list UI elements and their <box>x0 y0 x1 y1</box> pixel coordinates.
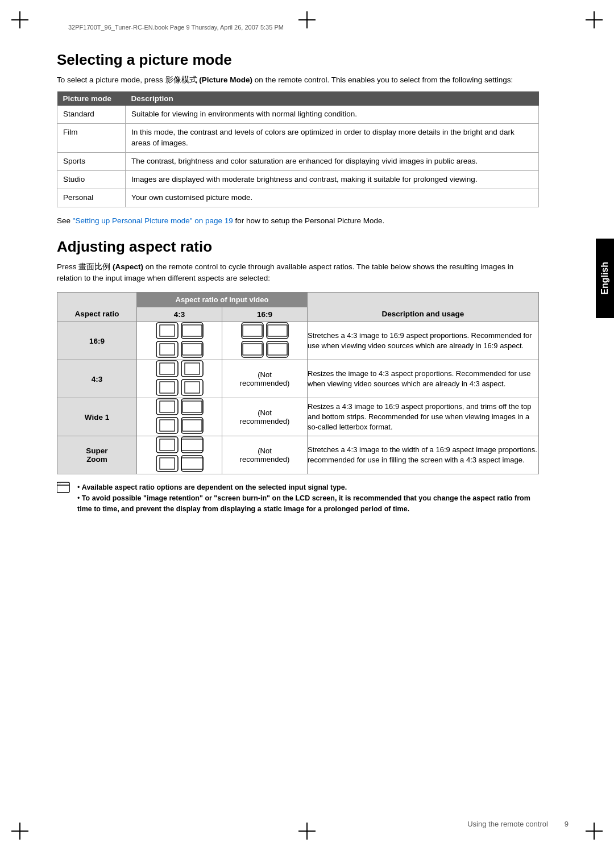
page-number: 9 <box>565 820 569 828</box>
svg-rect-1 <box>160 325 175 336</box>
adjusting-aspect-ratio-title: Adjusting aspect ratio <box>57 238 539 256</box>
page-footer: Using the remote control 9 <box>467 820 569 828</box>
picture-mode-col-header: Picture mode <box>57 91 126 106</box>
file-info: 32PF1700T_96_Tuner-RC-EN.book Page 9 Thu… <box>68 24 284 31</box>
picture-table-row: Personal Your own customised picture mod… <box>57 189 539 207</box>
picture-table-row: Studio Images are displayed with moderat… <box>57 170 539 189</box>
svg-rect-19 <box>185 363 200 374</box>
notes-section: ☞ • Available aspect ratio options are d… <box>57 482 539 514</box>
selecting-picture-mode-intro: To select a picture mode, press 影像模式 (Pi… <box>57 74 539 86</box>
svg-rect-13 <box>243 344 262 355</box>
picture-table-row: Sports The contrast, brightness and colo… <box>57 152 539 170</box>
reg-mark-tm <box>298 11 316 28</box>
svg-rect-17 <box>160 363 175 374</box>
reg-mark-bl <box>11 823 28 840</box>
selecting-picture-mode-title: Selecting a picture mode <box>57 51 539 69</box>
language-tab: English <box>596 239 614 318</box>
aspect-ratio-col-label: Aspect ratio <box>62 310 132 318</box>
picture-mode-cell: Sports <box>57 152 126 170</box>
svg-rect-11 <box>268 325 287 336</box>
picture-mode-cell: Film <box>57 124 126 153</box>
reg-mark-tr <box>586 11 603 28</box>
picture-table-row: Film In this mode, the contrast and leve… <box>57 124 539 153</box>
aspect-desc-cell: Stretches a 4:3 image to 16:9 aspect pro… <box>308 322 539 360</box>
svg-rect-25 <box>160 401 175 412</box>
picture-mode-cell: Studio <box>57 170 126 189</box>
main-content: Selecting a picture mode To select a pic… <box>0 0 596 571</box>
aspect-ratio-label-cell: Wide 1 <box>57 398 137 436</box>
footer-text: Using the remote control <box>467 820 548 828</box>
language-label: English <box>600 262 610 295</box>
picture-mode-cell: Standard <box>57 106 126 123</box>
reg-mark-br <box>586 823 603 840</box>
svg-rect-27 <box>182 401 202 412</box>
aspect-ratio-label-cell: 16:9 <box>57 322 137 360</box>
svg-rect-39 <box>181 458 203 469</box>
page-container: 32PF1700T_96_Tuner-RC-EN.book Page 9 Thu… <box>0 0 614 868</box>
picture-desc-cell: Your own customised picture mode. <box>126 189 539 207</box>
aspect-ratio-input-header: Aspect ratio of input video <box>137 293 308 307</box>
svg-rect-15 <box>268 344 287 355</box>
col169-not-rec-cell: (Notrecommended) <box>222 360 308 398</box>
picture-mode-cell: Personal <box>57 189 126 207</box>
picture-desc-cell: The contrast, brightness and color satur… <box>126 152 539 170</box>
col-169-label: 16:9 <box>222 307 308 322</box>
aspect-table-row: SuperZoom (Notrecommended)Stretches a 4:… <box>57 436 539 474</box>
svg-rect-5 <box>160 344 175 355</box>
aspect-table-row: 16:9 Stretches a 4:3 <box>57 322 539 360</box>
svg-rect-23 <box>185 382 200 393</box>
col43-screens-cell <box>137 398 222 436</box>
col43-screens-cell <box>137 360 222 398</box>
desc-usage-col-label: Description and usage <box>312 310 534 318</box>
col169-not-rec-cell: (Notrecommended) <box>222 398 308 436</box>
svg-rect-37 <box>160 458 175 469</box>
reg-mark-tl <box>11 11 28 28</box>
svg-rect-35 <box>181 439 203 450</box>
picture-desc-cell: Suitable for viewing in environments wit… <box>126 106 539 123</box>
col169-not-rec-cell: (Notrecommended) <box>222 436 308 474</box>
personal-picture-link[interactable]: "Setting up Personal Picture mode" on pa… <box>73 216 233 225</box>
aspect-table-row: 4:3 (Notrecommended)Resizes the image to… <box>57 360 539 398</box>
aspect-desc-cell: Stretches a 4:3 image to the width of a … <box>308 436 539 474</box>
col169-screens-cell <box>222 322 308 360</box>
col43-screens-cell <box>137 322 222 360</box>
description-col-header: Description <box>126 91 539 106</box>
svg-rect-3 <box>182 325 202 336</box>
svg-rect-21 <box>160 382 175 393</box>
aspect-desc-cell: Resizes the image to 4:3 aspect proporti… <box>308 360 539 398</box>
note-text: • Available aspect ratio options are dep… <box>77 482 539 514</box>
svg-rect-7 <box>182 344 202 355</box>
picture-table-row: Standard Suitable for viewing in environ… <box>57 106 539 123</box>
svg-rect-33 <box>160 439 175 450</box>
aspect-desc-cell: Resizes a 4:3 image to 16:9 aspect propo… <box>308 398 539 436</box>
aspect-table-row: Wide 1 (Notrecommended)Resizes a 4:3 ima… <box>57 398 539 436</box>
col43-screens-cell <box>137 436 222 474</box>
col-43-label: 4:3 <box>137 307 222 322</box>
note-icon: ☞ <box>57 481 73 514</box>
aspect-ratio-intro: Press 畫面比例 (Aspect) on the remote contro… <box>57 261 539 285</box>
svg-rect-31 <box>182 420 202 431</box>
svg-rect-9 <box>243 325 262 336</box>
aspect-ratio-label-cell: SuperZoom <box>57 436 137 474</box>
reg-mark-bm <box>298 823 316 840</box>
aspect-ratio-table: Aspect ratio Aspect ratio of input video… <box>57 292 539 474</box>
picture-mode-table: Picture mode Description Standard Suitab… <box>57 91 539 207</box>
svg-rect-29 <box>160 420 175 431</box>
aspect-ratio-label-cell: 4:3 <box>57 360 137 398</box>
picture-desc-cell: Images are displayed with moderate brigh… <box>126 170 539 189</box>
picture-desc-cell: In this mode, the contrast and levels of… <box>126 124 539 153</box>
see-text: See "Setting up Personal Picture mode" o… <box>57 215 539 227</box>
